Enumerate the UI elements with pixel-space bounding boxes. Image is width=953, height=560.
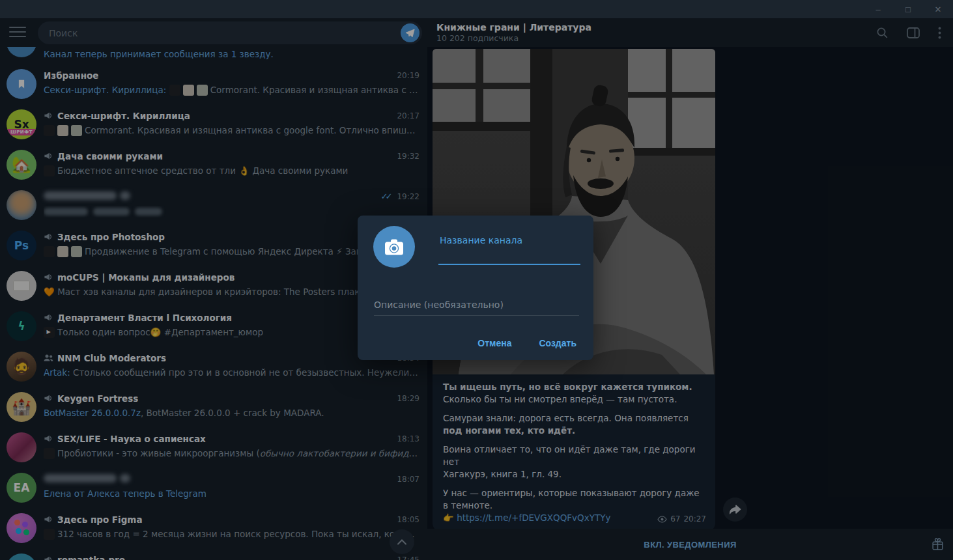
chat-name: Департамент Власти l Психология <box>57 313 232 323</box>
minimize-button[interactable]: – <box>863 0 893 18</box>
megaphone-icon <box>44 514 53 524</box>
chat-time: 18:05 <box>397 515 420 524</box>
enable-notifications-button[interactable]: ВКЛ. УВЕДОМЛЕНИЯ <box>640 539 740 550</box>
description-underline[interactable] <box>374 315 579 316</box>
chat-avatar <box>7 190 36 220</box>
gift-icon[interactable] <box>931 537 945 551</box>
telegram-window: – □ ✕ Поиск Канал теперь принимает сообщ… <box>0 0 953 560</box>
camera-icon <box>384 238 404 256</box>
search-row: Поиск <box>0 18 427 47</box>
chat-name <box>44 473 130 485</box>
channel-name-input[interactable] <box>438 245 583 264</box>
photo-thumbnail <box>71 125 82 136</box>
photo-thumbnail <box>44 125 55 136</box>
photo-thumbnail <box>44 448 55 459</box>
chat-name: Здесь про Figma <box>57 514 143 525</box>
maximize-button[interactable]: □ <box>893 0 923 18</box>
chat-list-item[interactable]: Избранное20:19Секси-шрифт. Кириллица: Co… <box>0 64 427 104</box>
megaphone-icon <box>44 232 53 242</box>
chat-name: moCUPS | Мокапы для дизайнеров <box>57 272 235 283</box>
chat-list-item[interactable]: 🏰Keygen Fortress18:29BotMaster 26.0.0.0.… <box>0 387 427 427</box>
chat-avatar <box>7 432 36 462</box>
chat-name: NNM Club Moderators <box>57 353 166 363</box>
chat-avatar: Ps <box>7 231 36 260</box>
megaphone-icon <box>44 393 53 403</box>
chat-time: 18:29 <box>397 394 420 403</box>
chat-preview: Елена от Алекса теперь в Telegram <box>44 488 420 500</box>
invite-link[interactable]: https://t.me/+fDEVGXQQFvQxYTYy <box>457 512 610 523</box>
avatar <box>7 47 36 57</box>
chat-list-item[interactable]: 🏡Дача своими руками19:32Бюджетное аптечн… <box>0 145 427 185</box>
chat-list-item-partial[interactable]: Канал теперь принимает сообщения за 1 зв… <box>0 47 427 64</box>
chat-name: Keygen Fortress <box>57 393 138 404</box>
photo-thumbnail <box>57 246 68 257</box>
group-icon <box>44 353 53 363</box>
chat-preview: 312 часов в год = 2 месяца жизни на поис… <box>44 529 420 540</box>
search-icon[interactable] <box>876 27 889 39</box>
views-eye-icon <box>657 516 667 523</box>
megaphone-icon <box>44 434 53 443</box>
chat-avatar <box>7 513 36 543</box>
more-options-icon[interactable] <box>938 27 941 39</box>
menu-icon[interactable] <box>9 27 26 38</box>
chat-avatar: ϟ <box>7 311 36 341</box>
chat-time: 18:07 <box>397 475 420 484</box>
chat-preview: Канал теперь принимает сообщения за 1 зв… <box>44 49 274 59</box>
channel-photo-upload-button[interactable] <box>373 226 415 268</box>
chat-footer: ВКЛ. УВЕДОМЛЕНИЯ <box>427 529 953 560</box>
chat-preview: Пробиотики - это живые микроорганизмы (о… <box>44 448 420 460</box>
chat-avatar <box>7 271 36 301</box>
create-button[interactable]: Создать <box>537 335 578 351</box>
photo-thumbnail <box>44 165 55 176</box>
chat-list-item[interactable]: ROromantka.pro17:45 <box>0 548 427 560</box>
toggle-columns-icon[interactable] <box>907 27 920 38</box>
megaphone-icon <box>44 313 53 322</box>
chat-avatar <box>7 69 36 99</box>
window-titlebar: – □ ✕ <box>0 0 953 18</box>
share-button[interactable] <box>723 497 747 522</box>
chat-name: SEX/LIFE - Наука о сапиенсах <box>57 434 206 444</box>
chat-preview: Бюджетное аптечное средство от тли 👌 Дач… <box>44 165 420 177</box>
photo-thumbnail <box>44 529 55 540</box>
chat-list-item[interactable]: SEX/LIFE - Наука о сапиенсах18:13Пробиот… <box>0 427 427 468</box>
megaphone-icon <box>44 555 53 560</box>
chat-name <box>44 190 130 203</box>
chat-name: Дача своими руками <box>57 151 163 161</box>
photo-thumbnail <box>57 125 68 136</box>
chat-list-item[interactable]: Здесь про Figma18:05312 часов в год = 2 … <box>0 508 427 548</box>
search-input[interactable]: Поиск <box>38 21 422 44</box>
megaphone-icon <box>44 272 53 282</box>
chat-name: romantka.pro <box>57 555 125 560</box>
megaphone-icon <box>44 111 53 120</box>
chat-time: 18:13 <box>397 434 420 443</box>
chat-avatar: SxШРИФТ <box>7 109 36 139</box>
chat-time: 17:45 <box>397 555 420 560</box>
cancel-button[interactable]: Отмена <box>476 335 513 351</box>
chat-name: Избранное <box>44 70 98 81</box>
chat-header[interactable]: Книжные грани | Литература 10 202 подпис… <box>427 18 953 47</box>
views-count: 67 <box>670 513 680 525</box>
channel-title: Книжные грани | Литература <box>436 22 591 33</box>
chat-avatar: RO <box>7 553 36 560</box>
close-button[interactable]: ✕ <box>923 0 953 18</box>
chat-avatar: 🏰 <box>7 392 36 422</box>
description-placeholder: Описание (необязательно) <box>374 300 504 310</box>
channel-subscribers: 10 202 подписчика <box>436 33 591 43</box>
video-thumbnail <box>44 327 55 338</box>
scroll-to-top-button[interactable] <box>390 529 414 554</box>
read-checks-icon: ✓✓ <box>381 191 393 201</box>
chat-time: 19:22 <box>397 192 420 201</box>
chat-list-item[interactable]: EA 18:07Елена от Алекса теперь в Telegra… <box>0 468 427 508</box>
chat-preview: Artak: Столько сообщений про это и в осн… <box>44 367 420 379</box>
photo-thumbnail <box>71 246 82 257</box>
chat-name: Секси-шрифт. Кириллица <box>57 111 190 121</box>
chat-avatar: EA <box>7 473 36 503</box>
post-time: 20:27 <box>683 513 706 525</box>
chat-list-item[interactable]: SxШРИФТСекси-шрифт. Кириллица20:17Cormor… <box>0 104 427 145</box>
chat-avatar: 🏡 <box>7 150 36 180</box>
chat-time: 20:17 <box>397 111 420 120</box>
megaphone-icon <box>44 151 53 161</box>
telegram-paper-plane-icon[interactable] <box>401 23 420 42</box>
chat-avatar: 🧔 <box>7 352 36 382</box>
photo-thumbnail <box>169 85 180 96</box>
